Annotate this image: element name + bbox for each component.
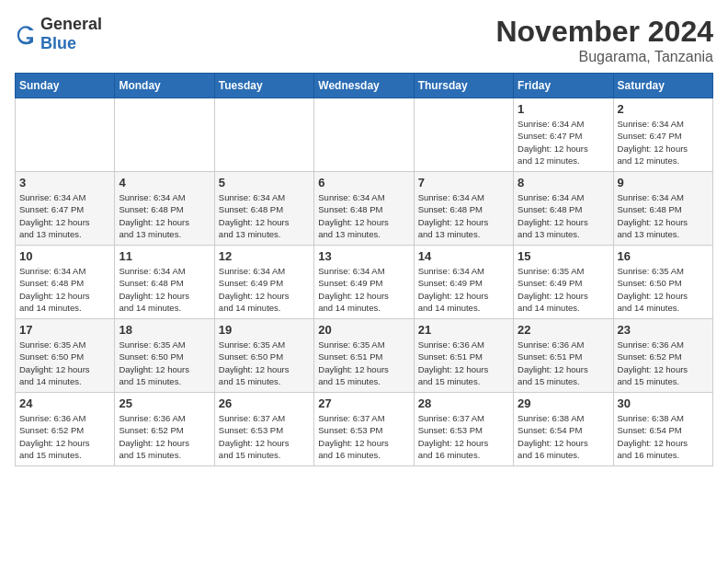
day-number: 4 [119, 176, 210, 190]
day-info: Sunrise: 6:36 AM Sunset: 6:52 PM Dayligh… [618, 339, 709, 387]
calendar-cell: 23Sunrise: 6:36 AM Sunset: 6:52 PM Dayli… [613, 319, 712, 393]
logo-icon [15, 23, 37, 45]
title-block: November 2024 Bugarama, Tanzania [495, 15, 713, 65]
day-info: Sunrise: 6:34 AM Sunset: 6:49 PM Dayligh… [418, 265, 509, 314]
day-info: Sunrise: 6:34 AM Sunset: 6:47 PM Dayligh… [618, 118, 709, 167]
day-info: Sunrise: 6:34 AM Sunset: 6:48 PM Dayligh… [518, 191, 609, 240]
day-number: 30 [618, 396, 709, 410]
day-number: 7 [418, 176, 509, 190]
day-info: Sunrise: 6:36 AM Sunset: 6:52 PM Dayligh… [119, 412, 210, 461]
calendar-cell [314, 98, 414, 172]
calendar-week-2: 3Sunrise: 6:34 AM Sunset: 6:47 PM Daylig… [16, 172, 713, 246]
logo-text: General Blue [40, 15, 102, 53]
calendar-week-1: 1Sunrise: 6:34 AM Sunset: 6:47 PM Daylig… [16, 98, 713, 172]
calendar-cell: 1Sunrise: 6:34 AM Sunset: 6:47 PM Daylig… [514, 98, 613, 172]
header-row: Sunday Monday Tuesday Wednesday Thursday… [16, 74, 713, 98]
day-info: Sunrise: 6:34 AM Sunset: 6:48 PM Dayligh… [19, 265, 110, 314]
calendar-cell: 27Sunrise: 6:37 AM Sunset: 6:53 PM Dayli… [314, 393, 414, 466]
calendar-cell: 17Sunrise: 6:35 AM Sunset: 6:50 PM Dayli… [16, 319, 115, 393]
day-number: 18 [119, 323, 210, 337]
col-monday: Monday [115, 74, 214, 98]
calendar-cell [115, 98, 214, 172]
col-thursday: Thursday [414, 74, 513, 98]
day-number: 25 [119, 396, 210, 410]
col-wednesday: Wednesday [314, 74, 414, 98]
calendar-cell: 25Sunrise: 6:36 AM Sunset: 6:52 PM Dayli… [115, 393, 214, 466]
location-title: Bugarama, Tanzania [495, 49, 713, 65]
day-number: 1 [518, 102, 609, 116]
calendar-cell: 5Sunrise: 6:34 AM Sunset: 6:48 PM Daylig… [214, 172, 313, 246]
calendar-header: Sunday Monday Tuesday Wednesday Thursday… [16, 74, 713, 98]
day-number: 26 [219, 396, 310, 410]
day-number: 23 [618, 323, 709, 337]
day-number: 10 [19, 249, 110, 263]
calendar-cell: 30Sunrise: 6:38 AM Sunset: 6:54 PM Dayli… [613, 393, 712, 466]
day-info: Sunrise: 6:34 AM Sunset: 6:48 PM Dayligh… [318, 191, 409, 240]
day-info: Sunrise: 6:36 AM Sunset: 6:51 PM Dayligh… [418, 339, 509, 387]
col-friday: Friday [514, 74, 613, 98]
calendar-cell: 4Sunrise: 6:34 AM Sunset: 6:48 PM Daylig… [115, 172, 214, 246]
calendar-cell: 2Sunrise: 6:34 AM Sunset: 6:47 PM Daylig… [613, 98, 712, 172]
day-info: Sunrise: 6:34 AM Sunset: 6:48 PM Dayligh… [219, 191, 310, 240]
day-number: 14 [418, 249, 509, 263]
day-number: 21 [418, 323, 509, 337]
day-number: 16 [618, 249, 709, 263]
calendar-cell: 20Sunrise: 6:35 AM Sunset: 6:51 PM Dayli… [314, 319, 414, 393]
calendar-cell: 26Sunrise: 6:37 AM Sunset: 6:53 PM Dayli… [214, 393, 313, 466]
calendar-cell: 3Sunrise: 6:34 AM Sunset: 6:47 PM Daylig… [16, 172, 115, 246]
calendar-cell: 6Sunrise: 6:34 AM Sunset: 6:48 PM Daylig… [314, 172, 414, 246]
day-info: Sunrise: 6:35 AM Sunset: 6:50 PM Dayligh… [19, 339, 110, 387]
day-number: 5 [219, 176, 310, 190]
calendar-week-4: 17Sunrise: 6:35 AM Sunset: 6:50 PM Dayli… [16, 319, 713, 393]
day-info: Sunrise: 6:36 AM Sunset: 6:52 PM Dayligh… [19, 412, 110, 461]
day-number: 12 [219, 249, 310, 263]
calendar-cell [214, 98, 313, 172]
calendar-cell [414, 98, 513, 172]
page-header: General Blue November 2024 Bugarama, Tan… [15, 15, 713, 65]
calendar-cell: 24Sunrise: 6:36 AM Sunset: 6:52 PM Dayli… [16, 393, 115, 466]
day-number: 28 [418, 396, 509, 410]
day-number: 2 [618, 102, 709, 116]
day-info: Sunrise: 6:34 AM Sunset: 6:48 PM Dayligh… [119, 265, 210, 314]
day-number: 8 [518, 176, 609, 190]
calendar-cell: 7Sunrise: 6:34 AM Sunset: 6:48 PM Daylig… [414, 172, 513, 246]
day-number: 17 [19, 323, 110, 337]
month-title: November 2024 [495, 15, 713, 49]
day-number: 27 [318, 396, 409, 410]
day-number: 9 [618, 176, 709, 190]
calendar-cell: 21Sunrise: 6:36 AM Sunset: 6:51 PM Dayli… [414, 319, 513, 393]
day-info: Sunrise: 6:35 AM Sunset: 6:49 PM Dayligh… [518, 265, 609, 314]
day-info: Sunrise: 6:38 AM Sunset: 6:54 PM Dayligh… [518, 412, 609, 461]
col-tuesday: Tuesday [214, 74, 313, 98]
day-info: Sunrise: 6:35 AM Sunset: 6:50 PM Dayligh… [219, 339, 310, 387]
day-number: 15 [518, 249, 609, 263]
day-info: Sunrise: 6:38 AM Sunset: 6:54 PM Dayligh… [618, 412, 709, 461]
calendar-cell: 22Sunrise: 6:36 AM Sunset: 6:51 PM Dayli… [514, 319, 613, 393]
day-number: 3 [19, 176, 110, 190]
day-info: Sunrise: 6:34 AM Sunset: 6:48 PM Dayligh… [418, 191, 509, 240]
calendar-cell: 19Sunrise: 6:35 AM Sunset: 6:50 PM Dayli… [214, 319, 313, 393]
calendar-cell: 28Sunrise: 6:37 AM Sunset: 6:53 PM Dayli… [414, 393, 513, 466]
day-info: Sunrise: 6:34 AM Sunset: 6:49 PM Dayligh… [219, 265, 310, 314]
calendar-cell [16, 98, 115, 172]
calendar-body: 1Sunrise: 6:34 AM Sunset: 6:47 PM Daylig… [16, 98, 713, 466]
day-info: Sunrise: 6:34 AM Sunset: 6:48 PM Dayligh… [119, 191, 210, 240]
calendar-cell: 13Sunrise: 6:34 AM Sunset: 6:49 PM Dayli… [314, 246, 414, 319]
calendar-table: Sunday Monday Tuesday Wednesday Thursday… [15, 73, 713, 466]
day-number: 13 [318, 249, 409, 263]
calendar-cell: 16Sunrise: 6:35 AM Sunset: 6:50 PM Dayli… [613, 246, 712, 319]
day-number: 6 [318, 176, 409, 190]
day-info: Sunrise: 6:36 AM Sunset: 6:51 PM Dayligh… [518, 339, 609, 387]
day-info: Sunrise: 6:37 AM Sunset: 6:53 PM Dayligh… [418, 412, 509, 461]
day-info: Sunrise: 6:34 AM Sunset: 6:49 PM Dayligh… [318, 265, 409, 314]
day-info: Sunrise: 6:37 AM Sunset: 6:53 PM Dayligh… [318, 412, 409, 461]
calendar-cell: 29Sunrise: 6:38 AM Sunset: 6:54 PM Dayli… [514, 393, 613, 466]
calendar-cell: 18Sunrise: 6:35 AM Sunset: 6:50 PM Dayli… [115, 319, 214, 393]
day-number: 22 [518, 323, 609, 337]
calendar-cell: 12Sunrise: 6:34 AM Sunset: 6:49 PM Dayli… [214, 246, 313, 319]
logo: General Blue [15, 15, 102, 53]
day-info: Sunrise: 6:37 AM Sunset: 6:53 PM Dayligh… [219, 412, 310, 461]
day-number: 24 [19, 396, 110, 410]
day-number: 11 [119, 249, 210, 263]
col-sunday: Sunday [16, 74, 115, 98]
